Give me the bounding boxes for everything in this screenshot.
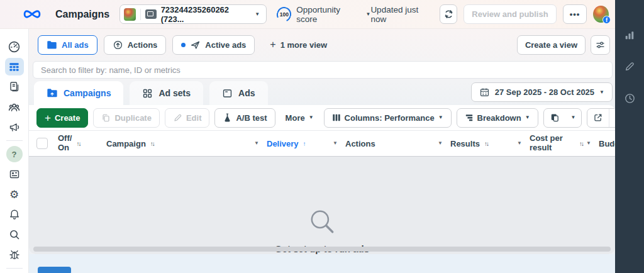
more-views-button[interactable]: + 1 more view <box>265 40 332 50</box>
view-all-ads[interactable]: All ads <box>38 35 97 55</box>
date-range-picker[interactable]: 27 Sep 2025 - 28 Oct 2025 ▼ <box>471 82 613 102</box>
chevron-down-icon: ▼ <box>365 12 370 17</box>
table-toolbar: + Create Duplicate Edit A/B test <box>29 105 615 130</box>
divider <box>6 268 23 269</box>
view-active-ads[interactable]: Active ads <box>172 35 255 55</box>
search-icon[interactable] <box>5 226 24 243</box>
sort-icon[interactable]: ↑↓ <box>484 140 488 147</box>
view-settings-sliders-icon[interactable] <box>591 35 610 55</box>
history-clock-icon[interactable] <box>622 91 637 106</box>
chevron-down-icon[interactable]: ▼ <box>609 109 615 127</box>
page-title: Campaigns <box>55 9 109 20</box>
saved-views-bar: All ads Actions Active ads + 1 more view <box>38 35 610 55</box>
date-range-label: 27 Sep 2025 - 28 Oct 2025 <box>495 87 594 97</box>
opportunity-score-dropdown[interactable]: 100 Opportunity score ▼ <box>277 5 370 24</box>
opportunity-score-badge: 100 <box>277 7 291 22</box>
edit-button[interactable]: Edit <box>165 108 210 128</box>
chevron-down-icon[interactable]: ▼ <box>333 141 338 146</box>
billing-icon[interactable] <box>5 165 24 183</box>
column-off-on[interactable]: Off/ On ↑↓ <box>55 131 104 156</box>
create-button[interactable]: + Create <box>36 108 88 128</box>
tab-campaigns[interactable]: Campaigns <box>34 81 123 105</box>
bottom-blue-bar <box>38 267 71 273</box>
chevron-down-icon[interactable]: ▼ <box>517 141 522 146</box>
chevron-down-icon: ▼ <box>438 115 443 120</box>
ads-manager-app: Campaigns 723244235260262 (723... ▼ 100 … <box>0 0 644 273</box>
chevron-down-icon[interactable]: ▼ <box>586 141 591 146</box>
plus-icon: + <box>270 40 275 50</box>
export-split-button[interactable]: ▼ <box>587 108 615 128</box>
tab-ads[interactable]: Ads <box>209 81 267 105</box>
ab-test-button[interactable]: A/B test <box>214 108 275 128</box>
table-header-row: Off/ On ↑↓ Campaign ↑↓ ▼ Delivery ↑ ▼ Ac… <box>29 130 615 157</box>
help-icon[interactable]: ? <box>5 145 24 163</box>
column-campaign[interactable]: Campaign ↑↓ ▼ <box>104 131 264 156</box>
campaigns-nav-icon[interactable] <box>5 58 24 75</box>
megaphone-icon[interactable] <box>5 118 24 136</box>
create-a-view-button[interactable]: Create a view <box>517 35 586 55</box>
view-actions[interactable]: Actions <box>104 35 167 55</box>
more-options-button[interactable]: ••• <box>563 4 587 24</box>
sort-icon[interactable]: ↑↓ <box>150 140 154 147</box>
account-overview-icon[interactable] <box>5 38 24 55</box>
opportunity-score-label: Opportunity score <box>296 5 360 24</box>
breakdown-dropdown[interactable]: Breakdown ▼ <box>457 108 538 128</box>
chevron-down-icon[interactable]: ▼ <box>565 109 582 127</box>
level-tabs: Campaigns Ad sets Ads <box>34 81 268 105</box>
right-tool-rail <box>615 0 644 273</box>
insights-chart-icon[interactable] <box>622 28 637 43</box>
sort-icon[interactable]: ↑↓ <box>579 140 583 147</box>
column-delivery[interactable]: Delivery ↑ ▼ <box>264 131 343 156</box>
review-and-publish-button[interactable]: Review and publish <box>464 4 556 24</box>
profile-avatar[interactable]: f <box>593 6 609 23</box>
plus-icon: + <box>45 113 51 123</box>
ad-account-icon <box>145 9 156 19</box>
reports-split-button[interactable]: ▼ <box>543 108 582 128</box>
columns-dropdown[interactable]: Columns: Performance ▼ <box>324 108 452 128</box>
column-cost-per-result[interactable]: Cost per result ↑↓ ▼ <box>527 131 596 156</box>
view-label: Active ads <box>205 40 246 50</box>
horizontal-scrollbar[interactable] <box>33 247 611 252</box>
search-input[interactable] <box>33 61 613 79</box>
settings-gear-icon[interactable]: ⚙ <box>5 186 24 203</box>
sort-up-icon[interactable]: ↑ <box>303 140 306 147</box>
account-id: 723244235260262 (723... <box>161 5 251 24</box>
export-icon[interactable] <box>587 109 609 127</box>
divider <box>6 140 23 141</box>
column-budget[interactable]: Budge <box>596 131 615 156</box>
top-bar-right: Updated just now Review and publish ••• … <box>370 4 609 24</box>
chevron-down-icon[interactable]: ▼ <box>438 141 443 146</box>
chevron-down-icon: ▼ <box>255 12 260 17</box>
notifications-bell-icon[interactable] <box>5 206 24 223</box>
sort-icon[interactable]: ↑↓ <box>76 140 80 147</box>
select-all-checkbox[interactable] <box>29 131 55 156</box>
audiences-icon[interactable] <box>5 98 24 116</box>
bug-report-icon[interactable] <box>5 246 24 264</box>
divider <box>140 9 141 20</box>
column-results[interactable]: Results ↑↓ ▼ <box>448 131 527 156</box>
facebook-badge-icon: f <box>602 16 611 24</box>
duplicate-button[interactable]: Duplicate <box>93 108 160 128</box>
empty-state-search-icon <box>308 207 336 236</box>
ad-account-selector[interactable]: 723244235260262 (723... ▼ <box>119 4 267 24</box>
refresh-button[interactable] <box>440 4 458 24</box>
chevron-down-icon: ▼ <box>525 115 530 120</box>
more-dropdown[interactable]: More ▼ <box>280 108 319 128</box>
view-label: All ads <box>62 40 89 50</box>
edit-pencil-icon[interactable] <box>622 59 637 74</box>
account-avatar <box>124 8 136 21</box>
meta-logo-icon[interactable] <box>21 8 43 21</box>
active-dot-icon <box>181 43 186 47</box>
campaigns-table-card: + Create Duplicate Edit A/B test <box>29 105 615 254</box>
footer-strip <box>29 254 615 273</box>
views-bar-right: Create a view <box>517 35 610 55</box>
chevron-down-icon: ▼ <box>599 90 604 95</box>
left-nav-rail: ? ⚙ <box>0 29 29 273</box>
column-actions[interactable]: Actions ▼ <box>343 131 448 156</box>
chevron-down-icon[interactable]: ▼ <box>254 141 259 146</box>
top-bar: Campaigns 723244235260262 (723... ▼ 100 … <box>0 0 615 29</box>
filter-search-row <box>33 61 613 79</box>
tab-ad-sets[interactable]: Ad sets <box>130 81 203 105</box>
reports-icon[interactable] <box>544 109 565 127</box>
pages-icon[interactable] <box>5 78 24 96</box>
